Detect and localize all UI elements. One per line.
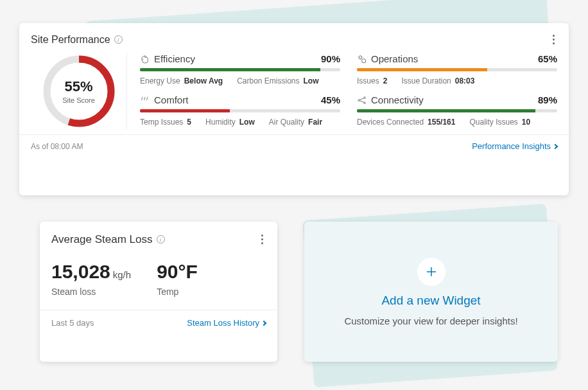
metric-percent: 45%	[321, 94, 340, 105]
add-widget-title: Add a new Widget	[381, 294, 480, 308]
metric-stats: Energy UseBelow AvgCarbon EmissionsLow	[140, 76, 340, 85]
site-performance-title: Site Performance	[31, 34, 110, 46]
performance-insights-link[interactable]: Performance Insights	[472, 141, 557, 151]
svg-point-5	[364, 96, 366, 98]
stat-label: Devices Connected	[357, 118, 424, 127]
svg-point-4	[358, 99, 360, 101]
stat-value: 08:03	[455, 76, 475, 85]
add-widget-subtitle: Customize your view for deeper insights!	[344, 315, 517, 326]
stat-value: Below Avg	[184, 76, 223, 85]
metric-stat: Carbon EmissionsLow	[237, 76, 318, 85]
svg-point-3	[362, 58, 366, 62]
plus-icon	[417, 258, 445, 286]
metric-stats: Issues2Issue Duration08:03	[357, 76, 557, 85]
stat-label: Energy Use	[140, 76, 180, 85]
metric-efficiency: Efficiency90%Energy UseBelow AvgCarbon E…	[140, 53, 340, 88]
site-score-label: Site Score	[62, 96, 95, 104]
metric-percent: 90%	[321, 53, 340, 64]
chevron-right-icon	[261, 320, 266, 325]
steam-loss-card: Average Steam Loss i 15,028kg/h Steam lo…	[40, 222, 277, 362]
metric-operations: Operations65%Issues2Issue Duration08:03	[357, 53, 557, 88]
stat-label: Air Quality	[269, 118, 304, 127]
more-menu-button[interactable]	[259, 232, 266, 247]
metric-stats: Devices Connected155/161Quality Issues10	[357, 118, 557, 127]
metric-percent: 89%	[538, 94, 557, 105]
stat-label: Humidity	[205, 118, 236, 127]
site-score-value: 55%	[64, 78, 92, 95]
steam-loss-history-label: Steam Loss History	[187, 318, 259, 328]
steam-loss-history-link[interactable]: Steam Loss History	[187, 318, 266, 328]
steam-range: Last 5 days	[51, 318, 94, 328]
info-icon[interactable]: i	[157, 235, 165, 244]
add-widget-card[interactable]: Add a new Widget Customize your view for…	[304, 222, 558, 362]
metric-stat: Issue Duration08:03	[401, 76, 474, 85]
operations-icon	[357, 54, 367, 64]
stat-label: Issue Duration	[401, 76, 451, 85]
metric-stat: Issues2	[357, 76, 387, 85]
temp-value-block: 90°F Temp	[157, 261, 198, 297]
steam-loss-value: 15,028	[51, 261, 110, 282]
stat-value: Fair	[308, 118, 322, 127]
more-menu-button[interactable]	[550, 32, 557, 47]
stat-value: 10	[522, 118, 530, 127]
comfort-icon	[140, 95, 150, 105]
metric-name: Efficiency	[154, 53, 195, 64]
metric-stat: HumidityLow	[205, 118, 255, 127]
site-score-gauge: 55% Site Score	[31, 53, 127, 129]
steam-loss-unit: kg/h	[113, 269, 131, 280]
metric-progress-bar	[357, 68, 557, 71]
connectivity-icon	[357, 95, 367, 105]
chevron-right-icon	[553, 143, 558, 148]
site-performance-card: Site Performance i 55% Site Score Effici…	[19, 23, 569, 195]
steam-loss-value-block: 15,028kg/h Steam loss	[51, 261, 131, 297]
stat-value: Low	[239, 118, 255, 127]
metric-stat: Energy UseBelow Avg	[140, 76, 223, 85]
stat-label: Carbon Emissions	[237, 76, 299, 85]
stat-value: 155/161	[428, 118, 455, 127]
stat-value: 5	[187, 118, 191, 127]
stat-value: 2	[383, 76, 388, 85]
as-of-timestamp: As of 08:00 AM	[31, 142, 83, 151]
metric-percent: 65%	[538, 53, 557, 64]
metric-connectivity: Connectivity89%Devices Connected155/161Q…	[357, 94, 557, 129]
svg-point-2	[359, 56, 362, 59]
metric-stat: Devices Connected155/161	[357, 118, 455, 127]
metric-name: Operations	[371, 53, 418, 64]
metric-progress-bar	[140, 68, 340, 71]
metric-comfort: Comfort45%Temp Issues5HumidityLowAir Qua…	[140, 94, 340, 129]
steam-loss-title: Average Steam Loss	[51, 233, 153, 246]
metric-stat: Temp Issues5	[140, 118, 191, 127]
svg-point-6	[364, 102, 366, 103]
metric-progress-bar	[140, 109, 340, 112]
temp-label: Temp	[157, 287, 198, 297]
stat-value: Low	[304, 76, 319, 85]
steam-loss-label: Steam loss	[51, 287, 131, 297]
metric-stat: Quality Issues10	[469, 118, 530, 127]
stat-label: Quality Issues	[469, 118, 517, 127]
efficiency-icon	[140, 54, 150, 64]
temp-value: 90°F	[157, 261, 198, 282]
metric-stats: Temp Issues5HumidityLowAir QualityFair	[140, 118, 340, 127]
metric-progress-bar	[357, 109, 557, 112]
info-icon[interactable]: i	[114, 35, 123, 44]
metric-stat: Air QualityFair	[269, 118, 322, 127]
metric-name: Connectivity	[371, 94, 424, 105]
metric-name: Comfort	[154, 94, 188, 105]
stat-label: Issues	[357, 76, 379, 85]
performance-insights-label: Performance Insights	[472, 141, 551, 151]
stat-label: Temp Issues	[140, 118, 183, 127]
